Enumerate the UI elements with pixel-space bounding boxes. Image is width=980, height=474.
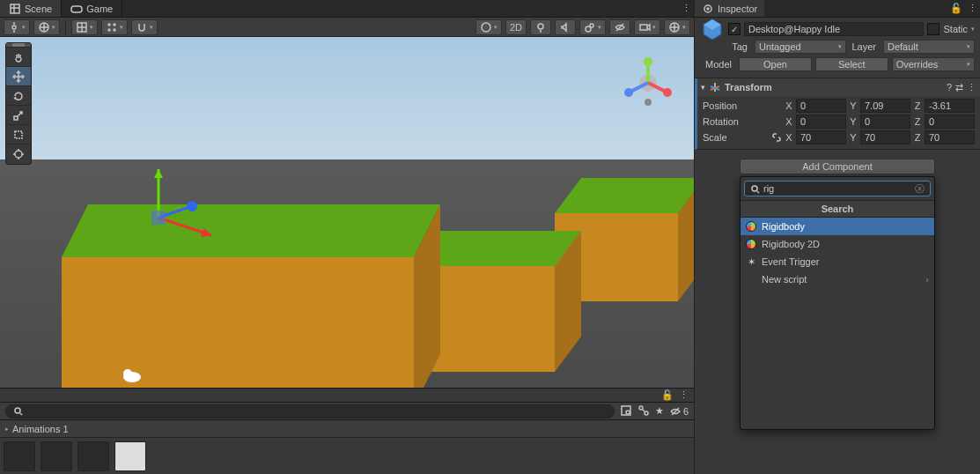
- component-menu-icon[interactable]: ⋮: [967, 82, 976, 93]
- grid-icon: [76, 21, 88, 33]
- project-save-filter-btn[interactable]: [620, 404, 632, 418]
- anim-thumb[interactable]: [77, 441, 109, 471]
- anim-thumb[interactable]: [114, 441, 146, 471]
- rotation-x-field[interactable]: 0: [796, 115, 846, 129]
- scale-y-field[interactable]: 70: [860, 130, 910, 144]
- result-label: Rigidbody 2D: [762, 239, 820, 249]
- scale-x-field[interactable]: 70: [796, 130, 846, 144]
- save-search-icon: [620, 404, 632, 417]
- add-component-label: Add Component: [802, 161, 873, 172]
- globe-icon: [38, 21, 50, 33]
- component-result-event-trigger[interactable]: ✶ Event Trigger: [741, 253, 934, 270]
- inspector-lock-btn[interactable]: 🔓: [948, 0, 964, 17]
- snap-increment-btn[interactable]: ▾: [131, 19, 158, 35]
- component-result-rigidbody[interactable]: Rigidbody: [741, 218, 934, 235]
- static-dropdown[interactable]: ▾: [971, 26, 975, 33]
- tab-inspector[interactable]: Inspector: [695, 0, 764, 17]
- inspector-menu-btn[interactable]: ⋮: [964, 0, 980, 17]
- scene-footer-bar: 🔓 ⋮: [0, 388, 694, 402]
- help-icon[interactable]: ?: [947, 82, 952, 93]
- scale-link-icon[interactable]: [771, 132, 782, 143]
- tag-value: Untagged: [759, 41, 801, 52]
- clear-search-icon[interactable]: ⓧ: [915, 182, 925, 196]
- component-search-input[interactable]: [763, 183, 911, 194]
- gameobject-header: Desktop@Happy Idle Static ▾ Tag Untagged…: [695, 18, 980, 78]
- scale-label: Scale: [703, 132, 727, 143]
- scene-toolbar: ▾ ▾ ▾ ▾ ▾ ▾ 2D ▾ ▾ ▾: [0, 18, 694, 37]
- scale-z-field[interactable]: 70: [925, 130, 975, 144]
- transform-header[interactable]: ▾ Transform ? ⇄ ⋮: [697, 78, 980, 96]
- tab-game[interactable]: Game: [62, 0, 122, 17]
- static-label: Static: [943, 24, 968, 34]
- grid-visibility-btn[interactable]: ▾: [71, 19, 98, 35]
- pivot-mode-btn[interactable]: ▾: [4, 19, 30, 35]
- orientation-gizmo[interactable]: [620, 55, 676, 111]
- lock-icon[interactable]: 🔓: [661, 389, 674, 401]
- model-overrides-dropdown[interactable]: Overrides▾: [892, 57, 975, 71]
- transform-icon: [709, 81, 721, 93]
- fold-icon: ▾: [701, 83, 705, 92]
- position-z-field[interactable]: -3.61: [925, 99, 975, 113]
- model-select-btn[interactable]: Select: [815, 57, 888, 71]
- layer-dropdown[interactable]: Default▾: [883, 40, 975, 54]
- animations-header[interactable]: ▸ Animations 1: [0, 419, 694, 437]
- result-label: New script: [762, 274, 807, 285]
- scene-footer-menu[interactable]: ⋮: [679, 389, 689, 401]
- camera-icon: [638, 21, 651, 33]
- svg-point-15: [482, 23, 490, 32]
- audio-icon: [559, 21, 571, 33]
- transform-title: Transform: [725, 82, 943, 93]
- svg-point-65: [639, 406, 643, 410]
- position-y-field[interactable]: 7.09: [860, 99, 910, 113]
- physics-icon: [746, 221, 756, 232]
- position-x-field[interactable]: 0: [796, 99, 846, 113]
- rotation-y-field[interactable]: 0: [860, 115, 910, 129]
- eye-slash-icon: [614, 21, 626, 33]
- component-result-new-script[interactable]: New script ›: [741, 270, 934, 288]
- svg-point-60: [645, 99, 652, 106]
- animations-fold-icon: ▸: [5, 426, 9, 433]
- pivot-icon: [8, 21, 20, 33]
- fx-toggle-btn[interactable]: ▾: [579, 19, 606, 35]
- rotation-z-field[interactable]: 0: [925, 115, 975, 129]
- physics-icon: [746, 239, 756, 249]
- handle-rotation-btn[interactable]: ▾: [33, 19, 60, 35]
- snap-icon: [106, 21, 118, 33]
- tag-dropdown[interactable]: Untagged▾: [755, 40, 846, 54]
- rotation-label: Rotation: [703, 116, 782, 127]
- tab-scene[interactable]: Scene: [0, 0, 62, 17]
- scene-viewport[interactable]: [0, 37, 694, 388]
- snap-toggle-btn[interactable]: ▾: [101, 19, 128, 35]
- hidden-toggle-btn[interactable]: [609, 19, 630, 35]
- transform-component: ▾ Transform ? ⇄ ⋮ Position X0 Y7.09 Z-3.…: [695, 78, 980, 150]
- 2d-toggle-btn[interactable]: 2D: [505, 19, 527, 35]
- svg-point-4: [12, 26, 16, 29]
- result-label: Rigidbody: [762, 221, 805, 232]
- svg-point-11: [108, 24, 110, 26]
- component-search-field[interactable]: ⓧ: [744, 181, 931, 196]
- svg-point-66: [645, 411, 648, 415]
- component-result-rigidbody2d[interactable]: Rigidbody 2D: [741, 235, 934, 253]
- project-hierarchy-filter-btn[interactable]: [637, 404, 650, 418]
- camera-btn[interactable]: ▾: [634, 19, 660, 35]
- search-icon: [13, 406, 23, 416]
- anim-thumb[interactable]: [41, 441, 72, 471]
- gizmos-btn[interactable]: ▾: [664, 19, 690, 35]
- draw-mode-btn[interactable]: ▾: [475, 19, 502, 35]
- scene-tab-bar: Scene Game ⋮: [0, 0, 694, 18]
- anim-thumb[interactable]: [4, 441, 35, 471]
- static-checkbox[interactable]: [927, 23, 939, 35]
- scene-icon: [9, 3, 21, 15]
- project-fav-filter-btn[interactable]: ★: [655, 405, 664, 417]
- project-search[interactable]: [5, 404, 615, 418]
- gameobject-active-checkbox[interactable]: [728, 23, 741, 35]
- scene-tab-menu[interactable]: ⋮: [678, 0, 694, 17]
- event-icon: ✶: [746, 256, 756, 267]
- audio-toggle-btn[interactable]: [555, 19, 576, 35]
- result-label: Event Trigger: [762, 256, 819, 267]
- preset-icon[interactable]: ⇄: [955, 82, 963, 93]
- lighting-toggle-btn[interactable]: [530, 19, 551, 35]
- add-component-button[interactable]: Add Component: [740, 159, 935, 174]
- gameobject-name-field[interactable]: Desktop@Happy Idle: [744, 22, 924, 36]
- model-open-btn[interactable]: Open: [739, 57, 812, 71]
